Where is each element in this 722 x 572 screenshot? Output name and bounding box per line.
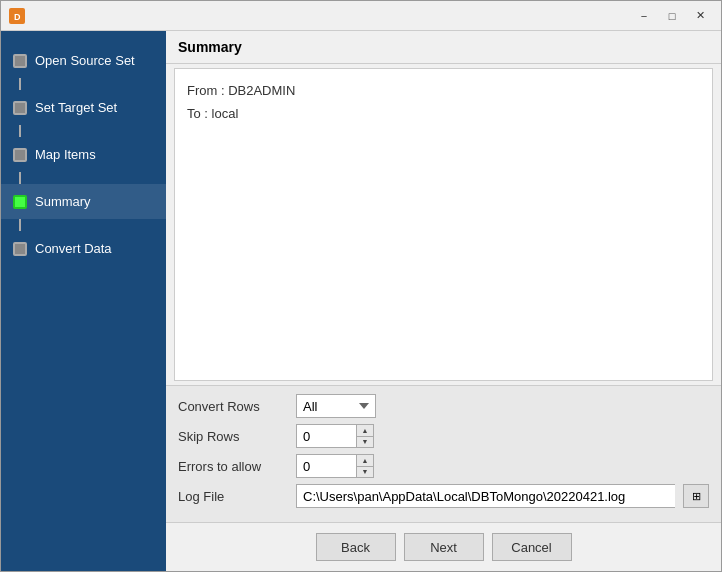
log-file-row: Log File ⊞ — [178, 484, 709, 508]
summary-from: From : DB2ADMIN — [187, 79, 700, 102]
skip-rows-label: Skip Rows — [178, 429, 288, 444]
sidebar-label-summary: Summary — [35, 194, 91, 209]
convert-rows-select[interactable]: All Range Count — [296, 394, 376, 418]
errors-buttons: ▲ ▼ — [356, 454, 374, 478]
convert-rows-label: Convert Rows — [178, 399, 288, 414]
minimize-button[interactable]: − — [631, 6, 657, 26]
nav-dot-summary — [13, 195, 27, 209]
next-button[interactable]: Next — [404, 533, 484, 561]
title-bar: D − □ ✕ — [1, 1, 721, 31]
sidebar-item-convert-data[interactable]: Convert Data — [1, 231, 166, 266]
errors-down[interactable]: ▼ — [357, 467, 373, 478]
cancel-button[interactable]: Cancel — [492, 533, 572, 561]
close-button[interactable]: ✕ — [687, 6, 713, 26]
skip-rows-input[interactable] — [296, 424, 356, 448]
browse-button[interactable]: ⊞ — [683, 484, 709, 508]
sidebar-item-summary[interactable]: Summary — [1, 184, 166, 219]
right-panel: Summary From : DB2ADMIN To : local Conve… — [166, 31, 721, 571]
sidebar-item-open-source-set[interactable]: Open Source Set — [1, 43, 166, 78]
errors-input[interactable] — [296, 454, 356, 478]
sidebar-item-map-items[interactable]: Map Items — [1, 137, 166, 172]
errors-up[interactable]: ▲ — [357, 455, 373, 467]
nav-connector-2 — [19, 125, 21, 137]
log-file-input[interactable] — [296, 484, 675, 508]
title-bar-left: D — [9, 8, 25, 24]
nav-connector-3 — [19, 172, 21, 184]
form-section: Convert Rows All Range Count Skip Rows ▲ — [166, 385, 721, 522]
maximize-button[interactable]: □ — [659, 6, 685, 26]
nav-connector-1 — [19, 78, 21, 90]
sidebar-item-set-target-set[interactable]: Set Target Set — [1, 90, 166, 125]
sidebar-label-open-source-set: Open Source Set — [35, 53, 135, 68]
nav-dot-open-source-set — [13, 54, 27, 68]
nav-dot-map-items — [13, 148, 27, 162]
log-file-label: Log File — [178, 489, 288, 504]
panel-title: Summary — [178, 39, 242, 55]
nav-dot-convert-data — [13, 242, 27, 256]
main-window: D − □ ✕ Open Source Set Set Target Set — [0, 0, 722, 572]
svg-text:D: D — [14, 12, 21, 21]
panel-header: Summary — [166, 31, 721, 64]
app-icon: D — [9, 8, 25, 24]
summary-to: To : local — [187, 102, 700, 125]
skip-rows-down[interactable]: ▼ — [357, 437, 373, 448]
skip-rows-spinner: ▲ ▼ — [296, 424, 374, 448]
nav-dot-set-target-set — [13, 101, 27, 115]
skip-rows-row: Skip Rows ▲ ▼ — [178, 424, 709, 448]
nav-connector-4 — [19, 219, 21, 231]
sidebar-label-convert-data: Convert Data — [35, 241, 112, 256]
skip-rows-up[interactable]: ▲ — [357, 425, 373, 437]
sidebar-label-map-items: Map Items — [35, 147, 96, 162]
errors-row: Errors to allow ▲ ▼ — [178, 454, 709, 478]
main-content: Open Source Set Set Target Set Map Items… — [1, 31, 721, 571]
back-button[interactable]: Back — [316, 533, 396, 561]
summary-area: From : DB2ADMIN To : local — [174, 68, 713, 381]
sidebar: Open Source Set Set Target Set Map Items… — [1, 31, 166, 571]
browse-icon: ⊞ — [692, 490, 701, 503]
errors-spinner: ▲ ▼ — [296, 454, 374, 478]
bottom-bar: Back Next Cancel — [166, 522, 721, 571]
convert-rows-row: Convert Rows All Range Count — [178, 394, 709, 418]
title-bar-controls: − □ ✕ — [631, 6, 713, 26]
skip-rows-buttons: ▲ ▼ — [356, 424, 374, 448]
sidebar-label-set-target-set: Set Target Set — [35, 100, 117, 115]
errors-label: Errors to allow — [178, 459, 288, 474]
